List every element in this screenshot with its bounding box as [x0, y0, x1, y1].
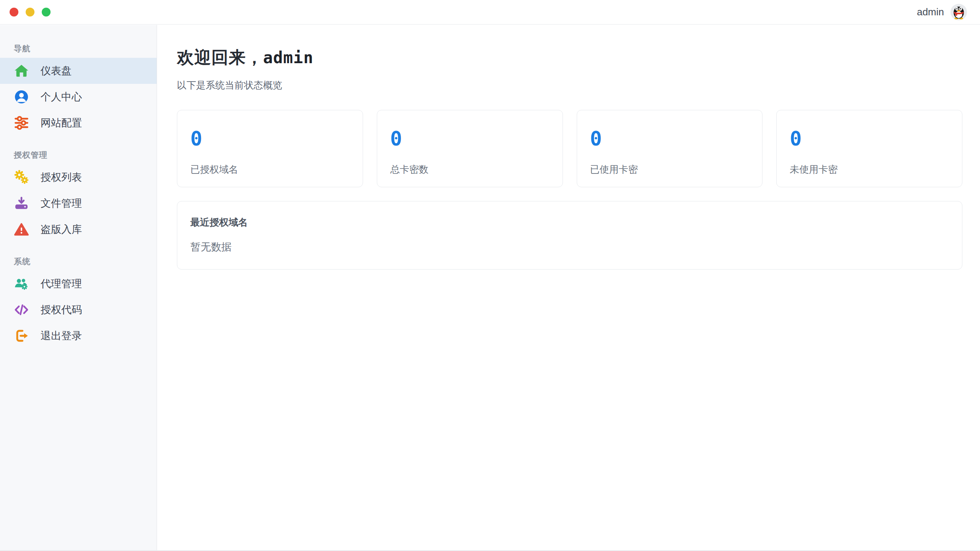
- sidebar-item-label: 授权列表: [41, 170, 82, 184]
- stat-value: 0: [590, 129, 749, 149]
- stat-cards-row: 0 已授权域名 0 总卡密数 0 已使用卡密 0 未使用卡密: [177, 110, 962, 187]
- sidebar-item-piracy[interactable]: 盗版入库: [0, 216, 157, 242]
- stat-label: 已使用卡密: [590, 163, 749, 176]
- topbar-user-area[interactable]: admin: [917, 4, 967, 20]
- sidebar-item-logout[interactable]: 退出登录: [0, 323, 157, 349]
- stat-card-unused-keys: 0 未使用卡密: [776, 110, 962, 187]
- greeting-prefix: 欢迎回来，: [177, 47, 263, 67]
- stat-value: 0: [390, 129, 550, 149]
- sliders-icon: [14, 115, 29, 131]
- empty-state-text: 暂无数据: [190, 240, 949, 254]
- sidebar-section-license: 授权管理: [0, 150, 157, 242]
- sidebar-item-label: 授权代码: [41, 303, 82, 317]
- main-content: 欢迎回来，admin 以下是系统当前状态概览 0 已授权域名 0 总卡密数 0 …: [157, 25, 980, 550]
- sidebar-section-system: 系统: [0, 256, 157, 349]
- sidebar-item-agents[interactable]: 代理管理: [0, 271, 157, 297]
- sidebar-item-dashboard[interactable]: 仪表盘: [0, 58, 157, 84]
- stat-card-total-keys: 0 总卡密数: [377, 110, 563, 187]
- users-gear-icon: [14, 276, 29, 291]
- page-subtitle: 以下是系统当前状态概览: [177, 79, 962, 92]
- gears-icon: [14, 170, 29, 185]
- sidebar-item-site-config[interactable]: 网站配置: [0, 110, 157, 136]
- sidebar-item-license-list[interactable]: 授权列表: [0, 164, 157, 190]
- sidebar-item-label: 文件管理: [41, 196, 82, 210]
- stat-card-authorized-domains: 0 已授权域名: [177, 110, 363, 187]
- sidebar-item-label: 盗版入库: [41, 222, 82, 236]
- username-text: admin: [917, 6, 944, 18]
- greeting-username: admin: [263, 48, 313, 67]
- minimize-window-button[interactable]: [26, 8, 34, 16]
- sidebar-item-label: 仪表盘: [41, 64, 72, 78]
- recent-domains-panel: 最近授权域名 暂无数据: [177, 201, 962, 270]
- sidebar-item-license-code[interactable]: 授权代码: [0, 297, 157, 323]
- stat-value: 0: [790, 129, 949, 149]
- user-circle-icon: [14, 89, 29, 105]
- app-window: admin 导航: [0, 0, 980, 551]
- topbar: admin: [0, 0, 980, 25]
- sidebar-item-label: 代理管理: [41, 277, 82, 291]
- stat-label: 总卡密数: [390, 163, 550, 176]
- section-title: 导航: [0, 43, 157, 54]
- stat-value: 0: [190, 129, 350, 149]
- stat-label: 未使用卡密: [790, 163, 949, 176]
- section-title: 授权管理: [0, 150, 157, 160]
- sidebar-section-nav: 导航 仪表盘: [0, 43, 157, 136]
- qq-penguin-avatar[interactable]: [951, 4, 967, 20]
- stat-card-used-keys: 0 已使用卡密: [577, 110, 763, 187]
- sidebar-item-file-manager[interactable]: 文件管理: [0, 190, 157, 216]
- sidebar-item-label: 退出登录: [41, 329, 82, 343]
- recent-domains-title: 最近授权域名: [190, 216, 949, 229]
- sidebar-item-label: 网站配置: [41, 116, 82, 130]
- sidebar-item-label: 个人中心: [41, 90, 82, 104]
- home-icon: [14, 63, 29, 78]
- window-controls: [10, 8, 51, 16]
- close-window-button[interactable]: [10, 8, 18, 16]
- download-icon: [14, 196, 29, 211]
- stat-label: 已授权域名: [190, 163, 350, 176]
- logout-icon: [14, 328, 29, 343]
- warning-triangle-icon: [14, 222, 29, 237]
- code-icon: [14, 302, 29, 317]
- sidebar: 导航 仪表盘: [0, 25, 157, 550]
- sidebar-item-profile[interactable]: 个人中心: [0, 84, 157, 110]
- zoom-window-button[interactable]: [42, 8, 51, 16]
- page-title: 欢迎回来，admin: [177, 46, 962, 69]
- section-title: 系统: [0, 256, 157, 267]
